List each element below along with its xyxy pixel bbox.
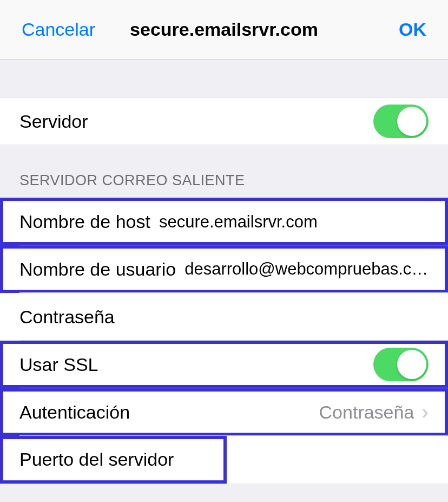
outgoing-group: Nombre de host secure.emailsrvr.com Nomb… — [0, 198, 448, 484]
server-toggle[interactable] — [373, 105, 429, 138]
password-row[interactable]: Contraseña — [0, 293, 448, 341]
server-label: Servidor — [19, 111, 88, 132]
hostname-label: Nombre de host — [19, 211, 150, 232]
use-ssl-row: Usar SSL — [0, 341, 448, 388]
ok-button[interactable]: OK — [399, 19, 426, 40]
cancel-button[interactable]: Cancelar — [22, 19, 95, 40]
hostname-value: secure.emailsrvr.com — [159, 212, 429, 232]
port-row[interactable]: Puerto del servidor 465 — [0, 436, 227, 484]
use-ssl-label: Usar SSL — [19, 354, 98, 375]
username-value: desarrollo@webcompruebas.co… — [185, 259, 429, 279]
username-row[interactable]: Nombre de usuario desarrollo@webcomprueb… — [0, 245, 448, 293]
auth-label: Autenticación — [19, 402, 130, 423]
use-ssl-toggle[interactable] — [373, 348, 429, 381]
hostname-row[interactable]: Nombre de host secure.emailsrvr.com — [0, 198, 448, 245]
page-title: secure.emailsrvr.com — [130, 19, 318, 40]
auth-value: Contraseña — [319, 402, 419, 423]
spacer — [0, 60, 448, 97]
auth-row[interactable]: Autenticación Contraseña › — [0, 388, 448, 436]
navbar: Cancelar secure.emailsrvr.com OK — [0, 0, 448, 60]
outgoing-section-header: SERVIDOR CORREO SALIENTE — [0, 145, 448, 198]
server-toggle-row: Servidor — [0, 97, 448, 145]
username-label: Nombre de usuario — [19, 259, 176, 280]
chevron-right-icon: › — [421, 401, 429, 424]
port-label: Puerto del servidor — [19, 449, 174, 470]
password-label: Contraseña — [19, 307, 115, 328]
